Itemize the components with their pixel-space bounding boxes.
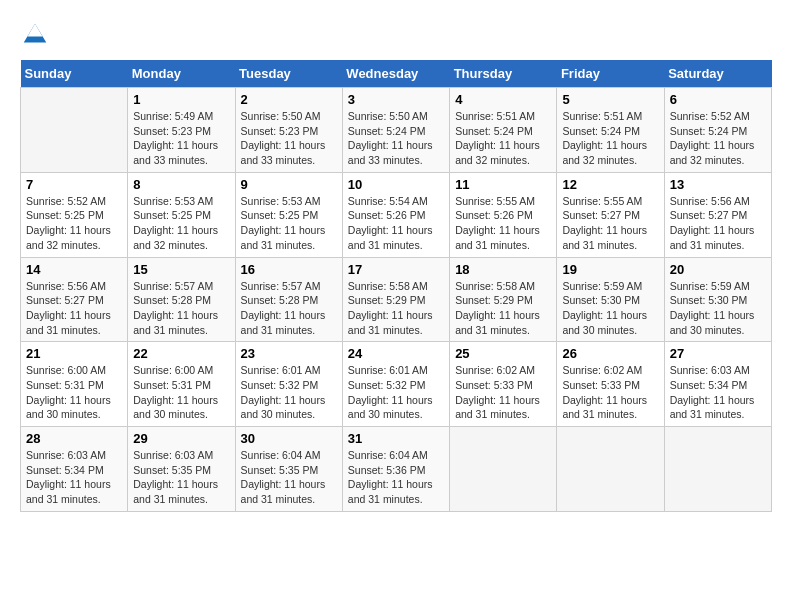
day-number: 27 (670, 346, 766, 361)
calendar-cell: 3Sunrise: 5:50 AMSunset: 5:24 PMDaylight… (342, 88, 449, 173)
day-info: Sunrise: 6:00 AMSunset: 5:31 PMDaylight:… (133, 363, 229, 422)
week-row-2: 14Sunrise: 5:56 AMSunset: 5:27 PMDayligh… (21, 257, 772, 342)
day-info: Sunrise: 5:58 AMSunset: 5:29 PMDaylight:… (455, 279, 551, 338)
day-header-wednesday: Wednesday (342, 60, 449, 88)
calendar-cell: 4Sunrise: 5:51 AMSunset: 5:24 PMDaylight… (450, 88, 557, 173)
calendar-cell (450, 427, 557, 512)
day-info: Sunrise: 6:04 AMSunset: 5:35 PMDaylight:… (241, 448, 337, 507)
calendar-cell: 15Sunrise: 5:57 AMSunset: 5:28 PMDayligh… (128, 257, 235, 342)
day-number: 30 (241, 431, 337, 446)
svg-marker-1 (28, 24, 43, 37)
day-number: 22 (133, 346, 229, 361)
day-number: 16 (241, 262, 337, 277)
day-info: Sunrise: 6:01 AMSunset: 5:32 PMDaylight:… (241, 363, 337, 422)
day-number: 2 (241, 92, 337, 107)
day-number: 21 (26, 346, 122, 361)
week-row-1: 7Sunrise: 5:52 AMSunset: 5:25 PMDaylight… (21, 172, 772, 257)
day-info: Sunrise: 6:03 AMSunset: 5:34 PMDaylight:… (670, 363, 766, 422)
calendar-cell: 14Sunrise: 5:56 AMSunset: 5:27 PMDayligh… (21, 257, 128, 342)
header-row: SundayMondayTuesdayWednesdayThursdayFrid… (21, 60, 772, 88)
calendar-cell: 24Sunrise: 6:01 AMSunset: 5:32 PMDayligh… (342, 342, 449, 427)
day-info: Sunrise: 5:52 AMSunset: 5:25 PMDaylight:… (26, 194, 122, 253)
day-info: Sunrise: 6:03 AMSunset: 5:34 PMDaylight:… (26, 448, 122, 507)
calendar-cell: 1Sunrise: 5:49 AMSunset: 5:23 PMDaylight… (128, 88, 235, 173)
day-info: Sunrise: 5:51 AMSunset: 5:24 PMDaylight:… (562, 109, 658, 168)
calendar-cell: 8Sunrise: 5:53 AMSunset: 5:25 PMDaylight… (128, 172, 235, 257)
day-number: 23 (241, 346, 337, 361)
calendar-cell: 10Sunrise: 5:54 AMSunset: 5:26 PMDayligh… (342, 172, 449, 257)
day-info: Sunrise: 5:53 AMSunset: 5:25 PMDaylight:… (133, 194, 229, 253)
day-number: 4 (455, 92, 551, 107)
day-info: Sunrise: 6:04 AMSunset: 5:36 PMDaylight:… (348, 448, 444, 507)
day-info: Sunrise: 5:59 AMSunset: 5:30 PMDaylight:… (670, 279, 766, 338)
day-number: 1 (133, 92, 229, 107)
week-row-0: 1Sunrise: 5:49 AMSunset: 5:23 PMDaylight… (21, 88, 772, 173)
day-info: Sunrise: 5:52 AMSunset: 5:24 PMDaylight:… (670, 109, 766, 168)
day-number: 18 (455, 262, 551, 277)
day-info: Sunrise: 5:58 AMSunset: 5:29 PMDaylight:… (348, 279, 444, 338)
day-number: 20 (670, 262, 766, 277)
day-number: 11 (455, 177, 551, 192)
calendar-cell: 12Sunrise: 5:55 AMSunset: 5:27 PMDayligh… (557, 172, 664, 257)
calendar-cell: 9Sunrise: 5:53 AMSunset: 5:25 PMDaylight… (235, 172, 342, 257)
week-row-4: 28Sunrise: 6:03 AMSunset: 5:34 PMDayligh… (21, 427, 772, 512)
calendar-table: SundayMondayTuesdayWednesdayThursdayFrid… (20, 60, 772, 512)
day-header-sunday: Sunday (21, 60, 128, 88)
day-number: 25 (455, 346, 551, 361)
day-info: Sunrise: 5:55 AMSunset: 5:26 PMDaylight:… (455, 194, 551, 253)
week-row-3: 21Sunrise: 6:00 AMSunset: 5:31 PMDayligh… (21, 342, 772, 427)
calendar-cell: 25Sunrise: 6:02 AMSunset: 5:33 PMDayligh… (450, 342, 557, 427)
day-info: Sunrise: 5:56 AMSunset: 5:27 PMDaylight:… (26, 279, 122, 338)
calendar-cell: 16Sunrise: 5:57 AMSunset: 5:28 PMDayligh… (235, 257, 342, 342)
page-header (20, 20, 772, 50)
day-number: 28 (26, 431, 122, 446)
day-info: Sunrise: 5:50 AMSunset: 5:24 PMDaylight:… (348, 109, 444, 168)
calendar-cell: 11Sunrise: 5:55 AMSunset: 5:26 PMDayligh… (450, 172, 557, 257)
day-number: 5 (562, 92, 658, 107)
day-info: Sunrise: 6:02 AMSunset: 5:33 PMDaylight:… (455, 363, 551, 422)
calendar-cell: 17Sunrise: 5:58 AMSunset: 5:29 PMDayligh… (342, 257, 449, 342)
calendar-cell (21, 88, 128, 173)
calendar-cell: 7Sunrise: 5:52 AMSunset: 5:25 PMDaylight… (21, 172, 128, 257)
day-number: 6 (670, 92, 766, 107)
day-info: Sunrise: 5:55 AMSunset: 5:27 PMDaylight:… (562, 194, 658, 253)
calendar-cell: 28Sunrise: 6:03 AMSunset: 5:34 PMDayligh… (21, 427, 128, 512)
calendar-cell: 6Sunrise: 5:52 AMSunset: 5:24 PMDaylight… (664, 88, 771, 173)
day-number: 13 (670, 177, 766, 192)
calendar-cell: 19Sunrise: 5:59 AMSunset: 5:30 PMDayligh… (557, 257, 664, 342)
logo (20, 20, 52, 50)
day-number: 12 (562, 177, 658, 192)
day-number: 29 (133, 431, 229, 446)
calendar-cell: 2Sunrise: 5:50 AMSunset: 5:23 PMDaylight… (235, 88, 342, 173)
day-info: Sunrise: 5:57 AMSunset: 5:28 PMDaylight:… (241, 279, 337, 338)
calendar-cell: 5Sunrise: 5:51 AMSunset: 5:24 PMDaylight… (557, 88, 664, 173)
day-info: Sunrise: 5:54 AMSunset: 5:26 PMDaylight:… (348, 194, 444, 253)
day-number: 31 (348, 431, 444, 446)
calendar-cell: 23Sunrise: 6:01 AMSunset: 5:32 PMDayligh… (235, 342, 342, 427)
day-number: 19 (562, 262, 658, 277)
day-number: 9 (241, 177, 337, 192)
calendar-cell: 13Sunrise: 5:56 AMSunset: 5:27 PMDayligh… (664, 172, 771, 257)
calendar-cell: 30Sunrise: 6:04 AMSunset: 5:35 PMDayligh… (235, 427, 342, 512)
day-number: 3 (348, 92, 444, 107)
calendar-cell: 22Sunrise: 6:00 AMSunset: 5:31 PMDayligh… (128, 342, 235, 427)
day-info: Sunrise: 5:50 AMSunset: 5:23 PMDaylight:… (241, 109, 337, 168)
calendar-cell: 26Sunrise: 6:02 AMSunset: 5:33 PMDayligh… (557, 342, 664, 427)
calendar-cell: 27Sunrise: 6:03 AMSunset: 5:34 PMDayligh… (664, 342, 771, 427)
day-info: Sunrise: 5:49 AMSunset: 5:23 PMDaylight:… (133, 109, 229, 168)
day-info: Sunrise: 5:57 AMSunset: 5:28 PMDaylight:… (133, 279, 229, 338)
day-header-friday: Friday (557, 60, 664, 88)
day-number: 10 (348, 177, 444, 192)
day-number: 24 (348, 346, 444, 361)
day-number: 26 (562, 346, 658, 361)
calendar-cell: 18Sunrise: 5:58 AMSunset: 5:29 PMDayligh… (450, 257, 557, 342)
calendar-cell: 20Sunrise: 5:59 AMSunset: 5:30 PMDayligh… (664, 257, 771, 342)
day-info: Sunrise: 6:03 AMSunset: 5:35 PMDaylight:… (133, 448, 229, 507)
day-number: 8 (133, 177, 229, 192)
day-number: 7 (26, 177, 122, 192)
day-number: 17 (348, 262, 444, 277)
day-header-monday: Monday (128, 60, 235, 88)
day-info: Sunrise: 6:00 AMSunset: 5:31 PMDaylight:… (26, 363, 122, 422)
day-info: Sunrise: 6:01 AMSunset: 5:32 PMDaylight:… (348, 363, 444, 422)
day-info: Sunrise: 5:51 AMSunset: 5:24 PMDaylight:… (455, 109, 551, 168)
